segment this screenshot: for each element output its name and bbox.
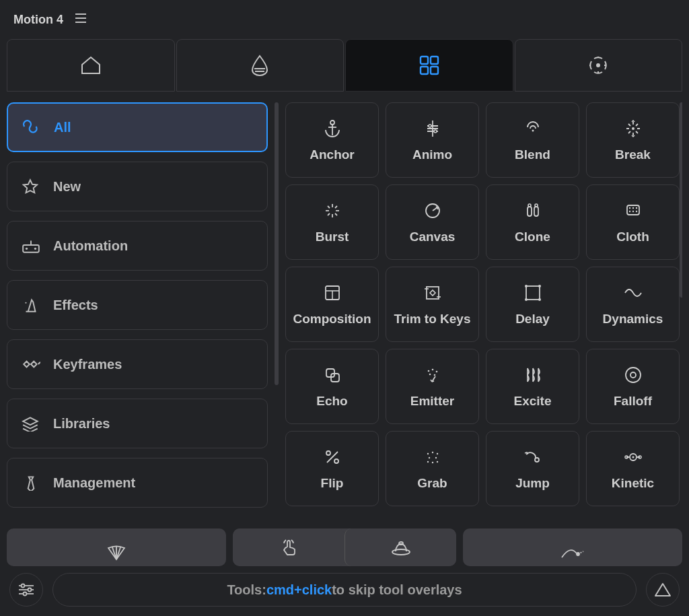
tool-label: Burst <box>316 230 349 244</box>
tool-label: Flip <box>321 476 344 491</box>
sidebar-item-label: Keyframes <box>53 357 122 372</box>
sidebar-item-all[interactable]: All <box>7 102 268 152</box>
cloth-icon <box>624 200 643 221</box>
sidebar-item-label: Effects <box>53 298 98 313</box>
tool-echo[interactable]: Echo <box>285 349 379 424</box>
tool-label: Delay <box>515 312 550 327</box>
hint-bar: Tools: cmd+click to skip tool overlays <box>52 573 637 607</box>
tool-blend[interactable]: Blend <box>486 102 579 178</box>
stack-icon <box>21 415 41 432</box>
burst-icon <box>323 200 342 221</box>
tab-tools[interactable] <box>345 39 513 92</box>
footer-tab-hat[interactable] <box>344 528 456 566</box>
svg-point-14 <box>22 584 25 588</box>
tool-label: Clone <box>515 230 550 244</box>
tie-icon <box>21 475 41 491</box>
tool-label: Trim to Keys <box>394 312 470 327</box>
hint-prefix: Tools: <box>227 582 266 598</box>
tab-palette[interactable] <box>176 39 344 92</box>
tab-target[interactable] <box>515 39 683 92</box>
tool-kinetic[interactable]: Kinetic <box>586 431 680 506</box>
tool-canvas[interactable]: Canvas <box>386 184 479 260</box>
hint-suffix: to skip tool overlays <box>332 582 462 598</box>
tool-label: Anchor <box>310 147 355 162</box>
tool-trim-to-keys[interactable]: Trim to Keys <box>386 267 479 342</box>
settings-button[interactable] <box>9 573 43 607</box>
kinetic-icon <box>624 446 643 468</box>
svg-point-11 <box>399 542 403 545</box>
sidebar-item-automation[interactable]: Automation <box>7 221 268 271</box>
tool-grid: Anchor Animo Blend Break Burst Canvas Cl… <box>285 102 680 506</box>
svg-rect-6 <box>431 57 438 64</box>
tool-break[interactable]: Break <box>586 102 680 178</box>
jump-icon <box>523 446 542 468</box>
tool-cloth[interactable]: Cloth <box>586 184 680 260</box>
tool-grab[interactable]: Grab <box>386 431 479 506</box>
tool-delay[interactable]: Delay <box>486 267 579 342</box>
composition-icon <box>323 282 342 304</box>
app-title: Motion 4 <box>13 13 63 27</box>
trim-icon <box>423 282 442 304</box>
warning-button[interactable] <box>646 573 680 607</box>
falloff-icon <box>624 364 643 386</box>
svg-point-18 <box>24 592 27 596</box>
footer-tab-touch[interactable] <box>233 528 344 566</box>
animo-icon <box>423 118 442 139</box>
echo-icon <box>323 364 342 386</box>
sidebar-item-management[interactable]: Management <box>7 458 268 508</box>
tool-label: Emitter <box>410 394 454 409</box>
grab-icon <box>423 446 442 468</box>
sidebar-scrollbar[interactable] <box>275 102 279 522</box>
tab-home[interactable] <box>7 39 175 92</box>
tool-excite[interactable]: Excite <box>486 349 579 424</box>
top-tabs <box>0 39 689 92</box>
sidebar-item-label: All <box>54 120 71 135</box>
tool-anchor[interactable]: Anchor <box>285 102 379 178</box>
dynamics-icon <box>624 282 643 304</box>
tool-label: Jump <box>515 476 550 491</box>
tool-label: Excite <box>514 394 552 409</box>
footer-tab-path[interactable] <box>463 528 682 566</box>
tool-emitter[interactable]: Emitter <box>386 349 479 424</box>
canvas-icon <box>423 200 442 221</box>
keyframes-icon <box>21 356 41 372</box>
tool-label: Cloth <box>616 230 649 244</box>
sidebar-item-label: Automation <box>53 238 128 254</box>
tool-flip[interactable]: Flip <box>285 431 379 506</box>
tool-label: Blend <box>515 147 550 162</box>
break-icon <box>624 118 643 139</box>
infinity-icon <box>22 119 42 135</box>
svg-point-9 <box>597 64 600 67</box>
svg-rect-5 <box>421 57 428 64</box>
tool-label: Animo <box>412 147 452 162</box>
tool-label: Break <box>615 147 651 162</box>
tool-burst[interactable]: Burst <box>285 184 379 260</box>
delay-icon <box>523 282 542 304</box>
tool-label: Echo <box>316 394 347 409</box>
sidebar-item-label: Management <box>53 475 135 491</box>
svg-rect-8 <box>431 67 438 74</box>
sidebar-item-keyframes[interactable]: Keyframes <box>7 339 268 389</box>
tool-dynamics[interactable]: Dynamics <box>586 267 680 342</box>
star-icon <box>21 178 41 195</box>
tool-label: Grab <box>417 476 447 491</box>
sidebar-item-libraries[interactable]: Libraries <box>7 399 268 448</box>
tool-animo[interactable]: Animo <box>386 102 479 178</box>
grid-scrollbar[interactable] <box>680 102 682 298</box>
tool-label: Falloff <box>614 394 652 409</box>
svg-point-10 <box>392 549 410 555</box>
menu-icon[interactable] <box>75 13 86 26</box>
sidebar-item-new[interactable]: New <box>7 162 268 211</box>
tool-composition[interactable]: Composition <box>285 267 379 342</box>
tool-falloff[interactable]: Falloff <box>586 349 680 424</box>
footer-tab-fan[interactable] <box>7 528 226 566</box>
flip-icon <box>323 446 342 468</box>
sidebar-item-label: Libraries <box>53 416 110 432</box>
sidebar-item-effects[interactable]: Effects <box>7 280 268 330</box>
tool-clone[interactable]: Clone <box>486 184 579 260</box>
excite-icon <box>523 364 542 386</box>
tool-jump[interactable]: Jump <box>486 431 579 506</box>
controller-icon <box>21 238 41 254</box>
anchor-icon <box>323 118 342 139</box>
hint-accent: cmd+click <box>266 582 332 598</box>
